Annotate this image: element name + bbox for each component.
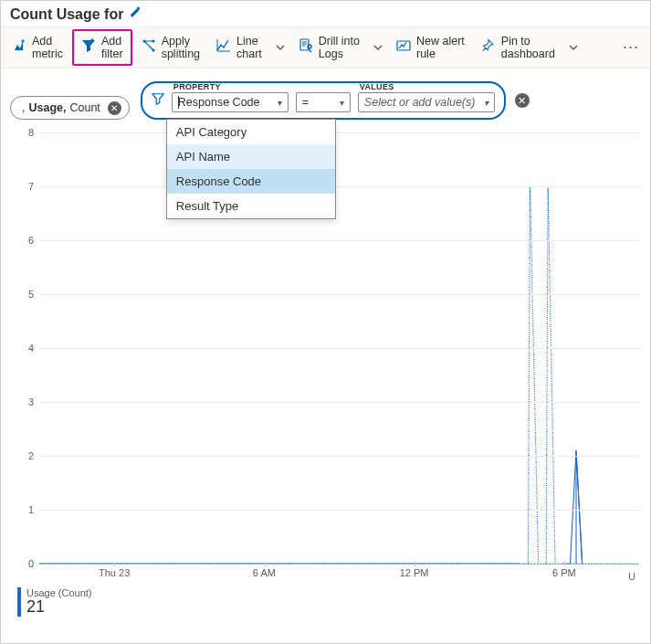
y-tick: 8 [28,127,34,138]
dropdown-item[interactable]: API Category [167,120,335,144]
chart-plot[interactable] [39,132,639,564]
new-alert-rule-button[interactable]: New alert rule [389,29,472,66]
dropdown-item[interactable]: API Name [167,144,335,169]
pin-chevron[interactable] [564,29,583,66]
operator-select[interactable]: = ▾ [296,92,351,112]
y-tick: 6 [28,235,34,246]
add-filter-button[interactable]: Add filter [72,29,132,66]
property-select[interactable]: Response Code ▾ [172,92,289,112]
values-label: VALUES [358,82,495,91]
alert-icon [396,38,411,56]
drill-into-logs-button[interactable]: Drill into Logs [291,29,367,66]
y-axis-ticks: 012345678 [17,132,39,564]
metric-pill-prefix: , [22,101,25,114]
legend-label: Usage (Count) [26,587,650,598]
logs-icon [299,38,313,56]
chevron-down-icon: ▾ [340,98,344,108]
command-bar: Add metric Add filter Apply splitting Li… [1,26,650,69]
metric-pill[interactable]: , Usage, Count ✕ [10,96,130,120]
page-title: Count Usage for [10,6,123,23]
y-tick: 3 [28,396,34,407]
y-tick: 0 [28,558,34,569]
chevron-down-icon: ▾ [278,98,282,108]
svg-rect-3 [300,39,309,50]
x-tick: Thu 23 [99,567,130,578]
filter-remove-button[interactable]: ✕ [515,93,530,108]
filter-editor: PROPERTY Response Code ▾ = ▾ VALUES Sele… [141,81,506,120]
pin-icon [481,38,496,56]
y-tick: 1 [28,504,34,515]
add-metric-icon [12,38,26,56]
property-dropdown: API CategoryAPI NameResponse CodeResult … [166,119,336,219]
page-header: Count Usage for [1,1,650,26]
metric-pill-metric: Usage, [28,101,66,114]
splitting-icon [142,38,156,56]
chart-legend[interactable]: Usage (Count) 21 [17,587,650,617]
line-chart-icon [216,38,231,56]
line-chart-button[interactable]: Line chart [209,29,269,66]
apply-splitting-button[interactable]: Apply splitting [134,29,207,66]
values-select[interactable]: Select or add value(s) ▾ [358,92,495,112]
x-axis-ticks: Thu 236 AM12 PM6 PM [39,567,639,584]
dropdown-item[interactable]: Response Code [167,169,335,194]
x-tick: 6 AM [253,567,276,578]
metric-pill-agg: Count [69,101,100,114]
funnel-icon [152,92,164,108]
dropdown-item[interactable]: Result Type [167,194,335,218]
metric-pill-remove[interactable]: ✕ [108,101,121,115]
x-axis-truncated-label: U [628,571,635,582]
add-metric-button[interactable]: Add metric [5,29,70,66]
more-button[interactable]: ··· [615,29,646,66]
legend-value: 21 [26,598,650,617]
y-tick: 7 [28,181,34,192]
pin-to-dashboard-button[interactable]: Pin to dashboard [474,29,562,66]
drill-logs-chevron[interactable] [369,29,387,66]
x-tick: 12 PM [400,567,429,578]
chevron-down-icon: ▾ [484,98,488,108]
edit-title-icon[interactable] [129,6,142,23]
y-tick: 4 [28,343,34,354]
property-label: PROPERTY [172,82,289,91]
y-tick: 2 [28,450,34,461]
y-tick: 5 [28,289,34,300]
filter-icon [81,38,96,56]
line-chart-chevron[interactable] [271,29,289,66]
filter-row: , Usage, Count ✕ PROPERTY Response Code … [1,69,650,127]
x-tick: 6 PM [552,567,576,578]
